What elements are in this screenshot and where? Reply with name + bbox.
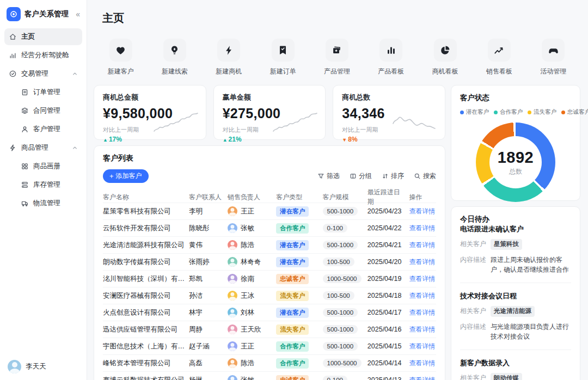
owner-name: 陈浩 [241, 359, 254, 368]
sidebar-item-label: 经营分析驾驶舱 [21, 51, 69, 60]
customer-name: 宇图信息技术（上海）有限公司 [103, 342, 186, 351]
sidebar-item-home[interactable]: 主页 [4, 28, 82, 45]
customer-name: 赛博云科数据技术有限公司 [103, 376, 186, 380]
follow-up-date: 2025/04/18 [367, 292, 406, 299]
owner-name: 王正 [241, 207, 254, 216]
owner-avatar [228, 324, 237, 334]
customer-status-title: 客户状态 [460, 93, 571, 103]
legend-label: 流失客户 [534, 108, 556, 116]
todo-desc-text: 与光途能源项目负责人进行技术对接会议 [491, 322, 571, 342]
quick-action-label: 销售看板 [486, 67, 512, 76]
stat-title: 商机总数 [342, 93, 436, 102]
customer-type-badge: 潜在客户 [276, 240, 309, 250]
tool-label: 分组 [359, 171, 372, 181]
quick-action-product-mgmt[interactable]: 产品管理 [324, 39, 350, 76]
owner-avatar [228, 257, 237, 267]
view-details-link[interactable]: 查看详情 [409, 241, 436, 250]
filter-icon [317, 173, 324, 180]
trend-up-icon: ▲ [103, 137, 108, 143]
tool-group[interactable]: 分组 [350, 171, 372, 181]
catalog-icon [21, 162, 29, 170]
tool-filter[interactable]: 筛选 [317, 171, 340, 181]
contract-icon [21, 107, 29, 115]
quick-action-opportunity-board[interactable]: 商机看板 [432, 39, 458, 76]
sparkline-chart [272, 111, 318, 133]
sidebar-item-analytics[interactable]: 经营分析驾驶舱 [4, 47, 82, 64]
quick-action-activity-mgmt[interactable]: 活动管理 [540, 39, 566, 76]
sidebar-item-contract[interactable]: 合同管理 [4, 102, 82, 119]
todo-item: 新客户数据录入相关客户朗动传媒内容描述补全新客户的联系人及基本资料信息 [460, 358, 571, 380]
page-title: 主页 [102, 11, 580, 26]
view-details-link[interactable]: 查看详情 [409, 274, 436, 284]
quick-action-product-board[interactable]: 产品看板 [378, 39, 404, 76]
todo-item-title: 新客户数据录入 [460, 358, 571, 368]
quick-action-new-order[interactable]: 新建订单 [270, 39, 296, 76]
owner-avatar [228, 274, 237, 284]
sidebar-item-order[interactable]: 订单管理 [4, 84, 82, 101]
quick-action-new-customer[interactable]: 新建客户 [108, 39, 134, 76]
chart-total-value: 1892 [498, 149, 534, 167]
customer-type-cell: 合作客户 [276, 223, 319, 234]
trend-down-icon: ▼ [342, 137, 347, 143]
tool-search[interactable]: 搜索 [414, 171, 436, 181]
inventory-icon [21, 181, 29, 189]
legend-label: 潜在客户 [466, 108, 489, 116]
customer-type-badge: 忠诚客户 [276, 375, 309, 380]
table-row: 安澜医疗器械有限公司孙洁王冰流失客户100-5002025/04/18查看详情 [103, 287, 436, 304]
view-details-link[interactable]: 查看详情 [409, 359, 436, 368]
sidebar-item-product[interactable]: 商品管理 [4, 139, 82, 156]
table-tools: 筛选分组排序搜索 [317, 171, 436, 181]
quick-action-new-lead[interactable]: 新建线索 [162, 39, 188, 76]
quick-action-label: 新建客户 [108, 67, 134, 76]
sidebar-item-logistics[interactable]: 物流管理 [4, 195, 82, 212]
trend-up-icon: ▲ [223, 137, 228, 143]
plus-icon: + [109, 173, 114, 180]
stat-card-0: 商机总金额¥9,580,000对比上一周期▲17% [94, 85, 206, 140]
quick-action-label: 活动管理 [540, 67, 566, 76]
follow-up-date: 2025/04/19 [367, 275, 406, 283]
table-row: 迅达供应链管理有限公司周静王天欣流失客户500-10002025/04/16查看… [103, 321, 436, 338]
donut-wrap: 1892 总数 [460, 122, 571, 202]
bookmark-check-icon [272, 39, 295, 62]
sidebar-item-inventory[interactable]: 库存管理 [4, 176, 82, 193]
quick-action-sales-board[interactable]: 销售看板 [486, 39, 512, 76]
customer-scale-cell: 500-1000 [323, 308, 364, 317]
view-details-link[interactable]: 查看详情 [409, 258, 436, 267]
customer-type-cell: 潜在客户 [276, 206, 319, 217]
view-details-link[interactable]: 查看详情 [409, 376, 436, 380]
tool-sort[interactable]: 排序 [382, 171, 404, 181]
customer-name: 光途清洁能源科技有限公司 [103, 241, 186, 250]
owner-avatar [228, 223, 237, 233]
add-customer-button[interactable]: + 添加客户 [103, 169, 149, 183]
owner-avatar [228, 358, 237, 368]
right-column: 客户状态 潜在客户合作客户流失客户忠诚客户 1892 总数 今日待办 电话跟进未… [451, 85, 580, 380]
customer-type-badge: 忠诚客户 [276, 274, 309, 284]
sidebar-item-catalog[interactable]: 商品画册 [4, 158, 82, 175]
follow-up-date: 2025/04/13 [367, 376, 406, 380]
customer-type-cell: 合作客户 [276, 358, 319, 369]
quick-action-new-opportunity[interactable]: 新建商机 [216, 39, 242, 76]
legend-label: 合作客户 [500, 108, 523, 116]
view-details-link[interactable]: 查看详情 [409, 342, 436, 351]
view-details-link[interactable]: 查看详情 [409, 207, 436, 216]
view-details-link[interactable]: 查看详情 [409, 308, 436, 317]
legend-item: 潜在客户 [460, 108, 489, 116]
sales-owner: 王冰 [228, 291, 273, 301]
sidebar-collapse-button[interactable]: « [76, 10, 81, 19]
sidebar-item-customer[interactable]: 客户管理 [4, 121, 82, 138]
view-details-link[interactable]: 查看详情 [409, 325, 436, 334]
chevron-up-icon[interactable] [72, 71, 78, 77]
trend-chart-icon [488, 39, 511, 62]
sidebar-nav: 主页经营分析驾驶舱交易管理订单管理合同管理客户管理商品管理商品画册库存管理物流管… [0, 27, 87, 353]
sidebar-user[interactable]: 李天天 [0, 353, 87, 380]
view-details-link[interactable]: 查看详情 [409, 224, 436, 233]
customer-scale-pill: 500-1000 [323, 207, 358, 216]
sidebar-item-trade[interactable]: 交易管理 [4, 65, 82, 82]
chevron-up-icon[interactable] [72, 145, 78, 151]
customer-type-badge: 潜在客户 [276, 257, 309, 267]
customer-type-badge: 合作客户 [276, 341, 309, 352]
customer-scale-pill: 1000-5000 [323, 359, 362, 367]
quick-action-label: 新建订单 [270, 67, 296, 76]
view-details-link[interactable]: 查看详情 [409, 291, 436, 301]
chart-total-label: 总数 [509, 167, 522, 176]
